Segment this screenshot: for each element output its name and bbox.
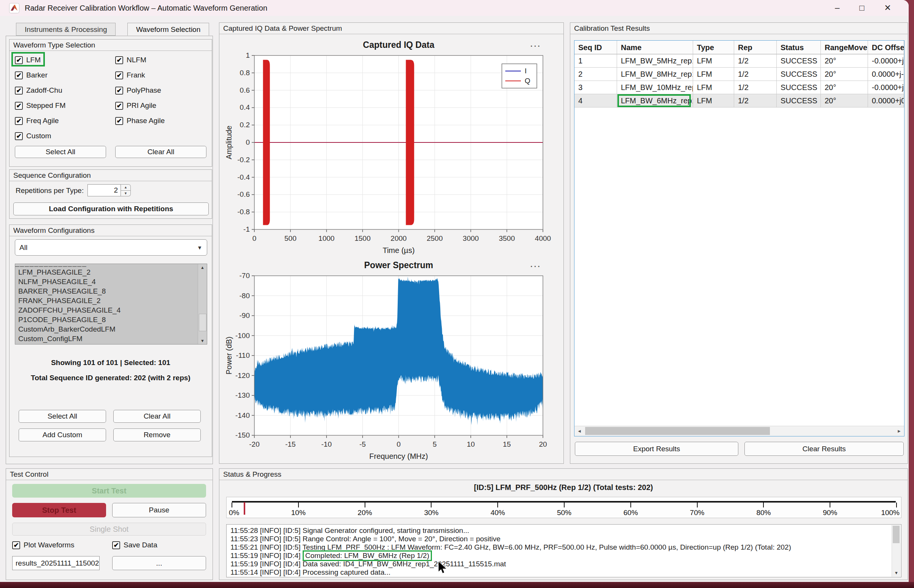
save-data-checkbox[interactable]: ✔ Save Data [112, 541, 157, 549]
table-row[interactable]: 2LFM_BW_8MHz_rep1LFM1/2SUCCESS20°0.0000+… [574, 68, 904, 81]
table-cell: 20° [821, 94, 868, 108]
column-header[interactable]: Seq ID [574, 40, 617, 54]
stop-test-button[interactable]: Stop Test [12, 503, 106, 517]
window-title: Radar Receiver Calibration Workflow – Au… [25, 4, 267, 13]
ruler-tick-label: 30% [424, 509, 438, 517]
list-item-partial[interactable]: _______________ [15, 264, 207, 267]
log-output[interactable]: 11:55:28 [INFO] [ID:5] Signal Generator … [226, 524, 901, 577]
table-row[interactable]: 1LFM_BW_5MHz_rep1LFM1/2SUCCESS20°-0.0000… [574, 54, 904, 68]
waveform-listbox[interactable]: _______________LFM_PHASEAGILE_2NLFM_PHAS… [15, 263, 207, 344]
list-item[interactable]: CustomArb_BarkerCodedLFM [15, 325, 207, 334]
waveform-type-checkbox-freq-agile[interactable]: ✔Freq Agile [15, 114, 59, 128]
waveform-type-checkbox-phase-agile[interactable]: ✔Phase Agile [115, 114, 165, 128]
waveform-type-checkbox-frank[interactable]: ✔Frank [115, 68, 145, 82]
log-scrollbar[interactable]: ▼ [891, 525, 901, 577]
list-item[interactable]: NLFM_PHASEAGILE_4 [15, 277, 207, 286]
waveform-type-checkbox-nlfm[interactable]: ✔NLFM [115, 53, 146, 67]
waveform-type-checkbox-zadoff-chu[interactable]: ✔Zadoff-Chu [15, 84, 62, 97]
remove-button[interactable]: Remove [113, 428, 201, 441]
panel-title: Captured IQ Data & Power Spectrum [219, 23, 564, 34]
svg-text:Power Spectrum: Power Spectrum [364, 260, 433, 270]
waveform-type-checkbox-polyphase[interactable]: ✔PolyPhase [115, 84, 161, 97]
minimize-icon[interactable]: – [835, 3, 839, 13]
add-custom-button[interactable]: Add Custom [19, 428, 106, 441]
pause-button[interactable]: Pause [112, 503, 206, 517]
filter-dropdown[interactable]: All ▼ [15, 239, 207, 256]
types-select-all-button[interactable]: Select All [15, 146, 106, 158]
start-test-button[interactable]: Start Test [12, 484, 206, 498]
scroll-right-icon[interactable]: ► [894, 426, 904, 436]
svg-text:3500: 3500 [499, 234, 515, 242]
browse-button[interactable]: ... [112, 556, 206, 570]
ruler-tick [763, 502, 764, 507]
waveform-type-selection-panel: Waveform Type Selection ✔LFM✔Barker✔Zado… [9, 39, 212, 167]
log-line: 11:55:19 [INFO] [ID:4] Data saved: ID4_L… [230, 560, 901, 568]
ruler-tick-label: 40% [491, 509, 505, 517]
column-header[interactable]: Status [777, 40, 821, 54]
calibration-results-panel: Calibration Test Results Seq IDNameTypeR… [570, 23, 908, 464]
waveform-type-checkbox-lfm[interactable]: ✔LFM [15, 53, 41, 67]
close-icon[interactable]: ✕ [884, 3, 891, 13]
waveform-type-checkbox-barker[interactable]: ✔Barker [15, 68, 47, 82]
configs-clear-all-button[interactable]: Clear All [113, 410, 201, 423]
maximize-icon[interactable]: □ [859, 3, 864, 13]
svg-text:-0.8: -0.8 [237, 208, 250, 216]
table-cell: 1 [574, 54, 617, 68]
column-header[interactable]: Type [693, 40, 734, 54]
scroll-down-icon[interactable]: ▼ [892, 570, 901, 575]
table-cell: LFM [693, 94, 734, 108]
ruler-tick [365, 502, 365, 507]
waveform-type-checkbox-pri-agile[interactable]: ✔PRI Agile [115, 99, 156, 112]
scroll-left-icon[interactable]: ◄ [574, 426, 584, 436]
listbox-scrollbar[interactable]: ▲ ▼ [198, 264, 207, 344]
single-shot-button[interactable]: Single Shot [12, 523, 206, 536]
svg-text:0: 0 [246, 138, 250, 146]
spinner-down-icon[interactable]: ▼ [121, 191, 131, 197]
waveform-type-checkbox-custom[interactable]: ✔Custom [15, 129, 51, 143]
column-header[interactable]: DC Offset [868, 40, 904, 54]
tab-waveform-selection[interactable]: Waveform Selection [127, 23, 209, 36]
table-cell: 3 [574, 81, 617, 94]
scroll-down-icon[interactable]: ▼ [198, 338, 207, 343]
column-header[interactable]: Rep [734, 40, 777, 54]
svg-text:Captured IQ Data: Captured IQ Data [363, 40, 434, 50]
column-header[interactable]: RangeMove [821, 40, 868, 54]
list-item[interactable]: P1CODE_PHASEAGILE_8 [15, 315, 207, 325]
spinner-up-icon[interactable]: ▲ [121, 184, 131, 191]
results-filename-input[interactable]: results_20251111_115002 [12, 556, 100, 570]
table-row[interactable]: 4LFM_BW_6MHz_rep1LFM1/2SUCCESS20°0.0000+… [574, 94, 904, 108]
table-horizontal-scrollbar[interactable]: ◄ ► [574, 426, 904, 436]
configs-select-all-button[interactable]: Select All [19, 410, 106, 423]
types-clear-all-button[interactable]: Clear All [115, 146, 206, 158]
svg-text:I: I [525, 67, 527, 75]
repetitions-spinner[interactable]: 2 ▲ ▼ [88, 184, 131, 196]
list-item[interactable]: BARKER_PHASEAGILE_8 [15, 286, 207, 296]
list-item[interactable]: LFM_PHASEAGILE_2 [15, 267, 207, 277]
table-row[interactable]: 3LFM_BW_10MHz_rep1LFM1/2SUCCESS20°-0.000… [574, 81, 904, 94]
column-header[interactable]: Name [617, 40, 693, 54]
waveform-type-checkbox-stepped-fm[interactable]: ✔Stepped FM [15, 99, 66, 112]
checkbox-checked-icon: ✔ [115, 102, 123, 110]
export-results-button[interactable]: Export Results [575, 442, 738, 456]
scrollbar-thumb[interactable] [585, 427, 770, 435]
scroll-up-icon[interactable]: ▲ [198, 265, 207, 270]
plot-waveforms-checkbox[interactable]: ✔ Plot Waveforms [12, 541, 74, 549]
scrollbar-thumb[interactable] [199, 314, 206, 331]
scrollbar-thumb[interactable] [893, 526, 899, 543]
chevron-down-icon: ▼ [197, 245, 202, 251]
load-configuration-button[interactable]: Load Configuration with Repetitions [13, 202, 209, 215]
list-item[interactable]: FRANK_PHASEAGILE_2 [15, 296, 207, 305]
table-cell: LFM [693, 81, 734, 94]
list-item[interactable]: Custom_ConfigLFM [15, 334, 207, 343]
checkbox-checked-icon: ✔ [115, 87, 123, 95]
svg-text:2500: 2500 [426, 234, 442, 242]
clear-results-button[interactable]: Clear Results [744, 442, 904, 456]
list-item[interactable]: ZADOFFCHU_PHASEAGILE_4 [15, 305, 207, 315]
tab-instruments-processing[interactable]: Instruments & Processing [16, 23, 115, 36]
checkbox-label: Freq Agile [26, 116, 59, 125]
results-table[interactable]: Seq IDNameTypeRepStatusRangeMoveDC Offse… [574, 40, 904, 436]
checkbox-label: Custom [26, 132, 51, 140]
repetitions-value[interactable]: 2 [88, 184, 121, 196]
svg-text:Amplitude: Amplitude [225, 126, 233, 160]
checkbox-label: Stepped FM [26, 102, 66, 110]
